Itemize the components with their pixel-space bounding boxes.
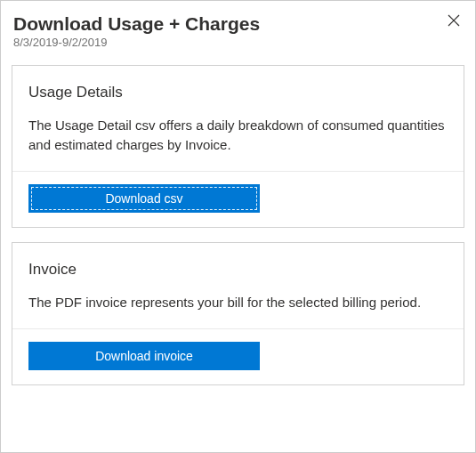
invoice-description: The PDF invoice represents your bill for… [28, 293, 448, 312]
download-invoice-button[interactable]: Download invoice [28, 342, 260, 370]
header: Download Usage + Charges 8/3/2019-9/2/20… [8, 8, 468, 58]
invoice-content: Invoice The PDF invoice represents your … [12, 243, 464, 328]
header-text: Download Usage + Charges 8/3/2019-9/2/20… [13, 12, 260, 49]
usage-details-description: The Usage Detail csv offers a daily brea… [28, 116, 448, 155]
download-csv-button[interactable]: Download csv [28, 184, 260, 213]
usage-details-content: Usage Details The Usage Detail csv offer… [12, 66, 464, 171]
close-button[interactable] [445, 12, 463, 29]
page-title: Download Usage + Charges [13, 12, 260, 36]
usage-details-title: Usage Details [28, 84, 448, 101]
invoice-action-row: Download invoice [12, 328, 464, 384]
usage-details-action-row: Download csv [12, 171, 464, 227]
close-icon [447, 13, 461, 28]
invoice-title: Invoice [28, 261, 448, 279]
invoice-card: Invoice The PDF invoice represents your … [12, 242, 464, 385]
usage-details-card: Usage Details The Usage Detail csv offer… [12, 65, 464, 228]
date-range: 8/3/2019-9/2/2019 [13, 36, 260, 49]
